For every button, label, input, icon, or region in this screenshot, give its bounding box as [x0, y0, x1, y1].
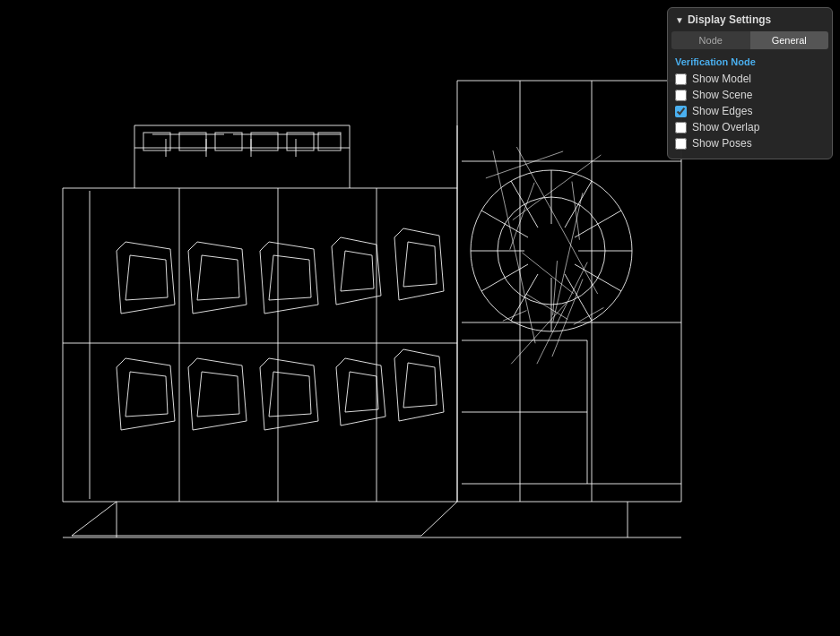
- tab-general[interactable]: General: [750, 31, 829, 49]
- show-model-row[interactable]: Show Model: [668, 71, 832, 87]
- show-edges-checkbox[interactable]: [675, 106, 687, 117]
- show-edges-row[interactable]: Show Edges: [668, 103, 832, 119]
- show-poses-label: Show Poses: [692, 137, 752, 150]
- panel-title: Display Settings: [688, 13, 771, 26]
- show-scene-row[interactable]: Show Scene: [668, 87, 832, 103]
- show-edges-label: Show Edges: [692, 105, 752, 117]
- show-overlap-label: Show Overlap: [692, 121, 759, 133]
- tab-row: Node General: [671, 31, 828, 49]
- tab-node[interactable]: Node: [671, 31, 750, 49]
- show-poses-checkbox[interactable]: [675, 138, 687, 150]
- verification-label: Verification Node: [668, 55, 832, 71]
- show-model-checkbox[interactable]: [675, 73, 687, 85]
- display-settings-panel: ▼ Display Settings Node General Verifica…: [667, 7, 833, 159]
- show-scene-checkbox[interactable]: [675, 90, 687, 101]
- show-overlap-checkbox[interactable]: [675, 122, 687, 133]
- show-poses-row[interactable]: Show Poses: [668, 135, 832, 151]
- collapse-icon: ▼: [675, 15, 684, 25]
- show-scene-label: Show Scene: [692, 89, 752, 101]
- show-overlap-row[interactable]: Show Overlap: [668, 119, 832, 135]
- panel-header: ▼ Display Settings: [668, 8, 832, 31]
- show-model-label: Show Model: [692, 73, 751, 85]
